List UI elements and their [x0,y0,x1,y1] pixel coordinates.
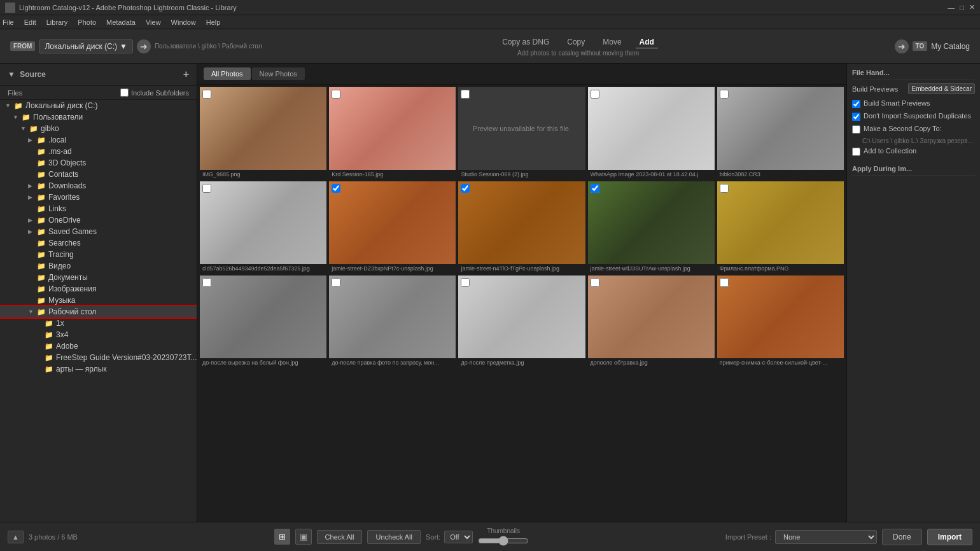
build-smart-previews-toggle[interactable]: Build Smart Previews [852,99,975,108]
photo-checkbox-input-4[interactable] [720,90,729,99]
menubar-item-library[interactable]: Library [46,18,68,26]
tree-item-17[interactable]: 📁Музыка [0,295,197,306]
menubar-item-edit[interactable]: Edit [24,18,36,26]
maximize-btn[interactable]: □ [960,4,964,11]
copy-button[interactable]: Copy [563,36,589,48]
menubar-item-view[interactable]: View [146,18,161,26]
photo-checkbox-input-13[interactable] [591,278,599,287]
photo-cell-10[interactable]: до-после вырезка на белый фон.jpg [200,276,326,367]
tree-item-19[interactable]: 📁1х [0,317,197,329]
check-all-button[interactable]: Check All [317,530,363,544]
menubar-item-metadata[interactable]: Metadata [106,18,136,26]
menubar-item-help[interactable]: Help [206,18,221,26]
photo-cell-12[interactable]: до-после предметка.jpg [458,276,585,367]
tree-item-6[interactable]: 📁Contacts [0,169,197,180]
photo-checkbox-wrapper-12 [461,278,470,289]
tree-item-10[interactable]: ▶📁OneDrive [0,214,197,226]
photo-cell-2[interactable]: Preview unavailable for this file.Studio… [458,87,585,179]
tree-item-16[interactable]: 📁Изображения [0,283,197,295]
make-second-copy-toggle[interactable]: Make a Second Copy To: [852,125,975,134]
photo-checkbox-input-5[interactable] [202,184,211,193]
move-button[interactable]: Move [599,36,625,48]
tree-item-11[interactable]: ▶📁Saved Games [0,226,197,237]
photo-cell-8[interactable]: jamie-street-wtlJ3SUTrAw-unsplash.jpg [588,181,715,273]
photo-cell-5[interactable]: cld57ab526b449349dde52dea5f67325.jpg [200,181,326,273]
tree-item-22[interactable]: 📁FreeStep Guide Version#03-20230723T... [0,352,197,363]
folder-icon-14: 📁 [37,262,46,270]
photo-cell-14[interactable]: пример-снимка-с-более-сильной-цвет-... [717,276,844,367]
tree-item-3[interactable]: ▶📁.local [0,134,197,146]
menubar-item-photo[interactable]: Photo [78,18,96,26]
make-second-copy-checkbox[interactable] [852,125,860,134]
tree-item-20[interactable]: 📁3х4 [0,329,197,340]
tree-item-13[interactable]: 📁Tracing [0,249,197,260]
photo-checkbox-input-11[interactable] [332,278,340,287]
add-button[interactable]: Add [636,36,658,48]
add-to-collection-toggle[interactable]: Add to Collection [852,147,975,156]
photo-cell-6[interactable]: jamie-street-DZ3bxpNPt7c-unsplash.jpg [329,181,456,273]
photo-checkbox-input-1[interactable] [332,90,340,99]
photo-cell-9[interactable]: Фриланс.платформа.PNG [717,181,844,273]
photo-cell-3[interactable]: WhatsApp Image 2023-08-01 at 18.42.04.j [588,87,715,179]
build-previews-dropdown[interactable]: Embedded & Sidecar [908,83,975,94]
tree-item-14[interactable]: 📁Видео [0,260,197,272]
loupe-view-button[interactable]: ▣ [295,529,312,545]
close-btn[interactable]: ✕ [969,3,975,11]
photo-checkbox-input-8[interactable] [591,184,599,193]
import-preset-select[interactable]: None [775,530,877,544]
photo-checkbox-input-3[interactable] [591,90,599,99]
thumbnails-slider[interactable] [478,536,529,546]
photo-checkbox-input-12[interactable] [461,278,470,287]
add-to-collection-checkbox[interactable] [852,148,860,156]
photo-checkbox-input-9[interactable] [720,184,729,193]
photo-cell-7[interactable]: jamie-street-n4TlO-fTgPc-unsplash.jpg [458,181,585,273]
tree-item-0[interactable]: ▼📁Локальный диск (C:) [0,100,197,111]
new-photos-tab[interactable]: New Photos [252,67,305,80]
tree-item-12[interactable]: 📁Searches [0,237,197,249]
photo-cell-4[interactable]: bibkin3082.CR3 [717,87,844,179]
sort-select[interactable]: Off [444,531,473,543]
photo-checkbox-input-0[interactable] [202,90,211,99]
photo-checkbox-input-14[interactable] [720,278,729,287]
navigate-to-button[interactable]: ➜ [895,39,909,53]
collapse-triangle-icon[interactable]: ▼ [8,70,15,79]
dont-import-duplicates-toggle[interactable]: Don't Import Suspected Duplicates [852,112,975,121]
photo-cell-0[interactable]: IMG_9685.png [200,87,326,179]
tree-item-2[interactable]: ▼📁gibko [0,123,197,134]
tree-item-4[interactable]: 📁.ms-ad [0,146,197,157]
photo-checkbox-input-2[interactable] [461,90,470,99]
tree-item-9[interactable]: 📁Links [0,203,197,214]
tree-item-5[interactable]: 📁3D Objects [0,157,197,169]
uncheck-all-button[interactable]: Uncheck All [367,530,420,544]
collapse-left-button[interactable]: ▲ [8,531,24,543]
tree-item-15[interactable]: 📁Документы [0,272,197,283]
minimize-btn[interactable]: — [948,4,955,11]
tree-item-23[interactable]: 📁арты — ярлык [0,363,197,375]
done-button[interactable]: Done [882,529,922,545]
import-button[interactable]: Import [927,529,972,545]
build-smart-previews-checkbox[interactable] [852,100,860,108]
tree-item-18[interactable]: ▼📁Рабочий стол [0,306,197,317]
photo-checkbox-input-10[interactable] [202,278,211,287]
include-subfolders-checkbox[interactable] [120,88,129,97]
copy-as-dng-button[interactable]: Copy as DNG [498,36,553,48]
photo-cell-11[interactable]: до-после правка фото по запросу, мон... [329,276,456,367]
photo-checkbox-input-6[interactable] [332,184,340,193]
navigate-forward-button[interactable]: ➜ [137,39,151,53]
folder-icon-16: 📁 [37,285,46,293]
menubar-item-window[interactable]: Window [171,18,196,26]
tree-item-21[interactable]: 📁Adobe [0,340,197,352]
dont-import-duplicates-checkbox[interactable] [852,113,860,121]
photo-cell-1[interactable]: Krd Session-165.jpg [329,87,456,179]
from-drive-selector[interactable]: Локальный диск (C:) ▼ [39,39,132,53]
photo-checkbox-input-7[interactable] [461,184,470,193]
photo-cell-13[interactable]: допосле обтравка.jpg [588,276,715,367]
tree-item-1[interactable]: ▼📁Пользователи [0,111,197,123]
tree-item-8[interactable]: ▶📁Favorites [0,192,197,203]
menubar-item-file[interactable]: File [3,18,14,26]
include-subfolders-toggle[interactable]: Include Subfolders [120,88,189,97]
all-photos-tab[interactable]: All Photos [204,67,251,80]
grid-view-button[interactable]: ⊞ [274,529,290,545]
tree-item-7[interactable]: ▶📁Downloads [0,180,197,192]
add-source-button[interactable]: + [183,69,189,80]
